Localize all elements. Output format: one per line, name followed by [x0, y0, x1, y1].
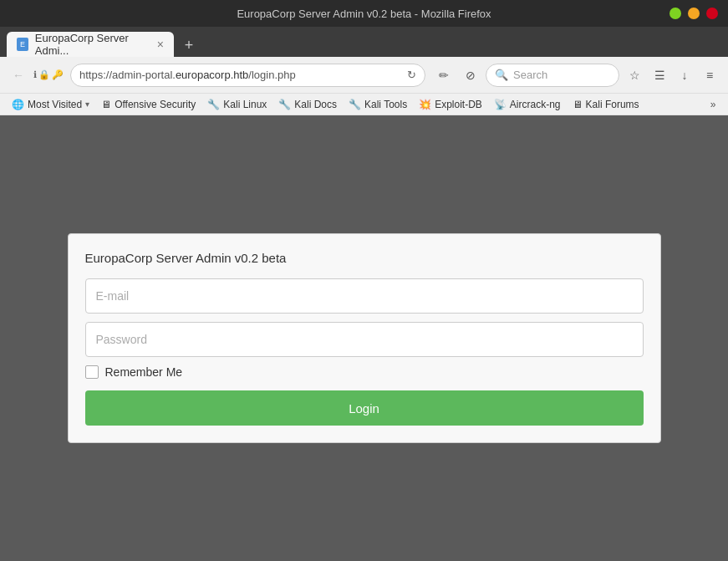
remember-me-checkbox[interactable] [85, 365, 99, 379]
close-button[interactable] [706, 8, 718, 19]
bookmark-label: Kali Forums [586, 99, 639, 110]
bookmarks-more-button[interactable]: » [705, 96, 721, 113]
url-domain: europacorp.htb [176, 69, 248, 81]
bookmark-kali-linux[interactable]: 🔧 Kali Linux [202, 97, 272, 112]
bookmarks-bar: 🌐 Most Visited ▾ 🖥 Offensive Security 🔧 … [0, 94, 728, 115]
nav-bar: ← ℹ 🔒 🔑 https://admin-portal.europacorp.… [0, 57, 728, 94]
login-title: EuropaCorp Server Admin v0.2 beta [85, 251, 644, 265]
url-bar[interactable]: https://admin-portal.europacorp.htb/logi… [70, 64, 425, 87]
most-visited-icon: 🌐 [12, 99, 24, 110]
bookmark-kali-docs[interactable]: 🔧 Kali Docs [273, 97, 342, 112]
nav-actions: ☆ ☰ ↓ ≡ [623, 64, 721, 87]
back-icon: ← [13, 69, 24, 82]
active-tab[interactable]: E EuropaCorp Server Admi... × [7, 32, 174, 57]
reader-icon: ☰ [654, 69, 665, 82]
bookmark-label: Exploit-DB [435, 99, 482, 110]
maximize-button[interactable] [688, 8, 700, 19]
bookmark-offensive-security[interactable]: 🖥 Offensive Security [96, 97, 201, 112]
kali-tools-icon: 🔧 [349, 99, 361, 110]
bookmark-kali-forums[interactable]: 🖥 Kali Forums [568, 97, 644, 112]
title-bar: EuropaCorp Server Admin v0.2 beta - Mozi… [0, 0, 728, 27]
star-icon: ☆ [629, 69, 640, 82]
key-icon: 🔑 [52, 69, 64, 80]
kali-docs-icon: 🔧 [278, 99, 291, 110]
url-path: /login.php [248, 69, 295, 81]
password-field[interactable] [85, 322, 644, 357]
chevron-down-icon: ▾ [85, 99, 89, 109]
aircrack-ng-icon: 📡 [494, 99, 507, 110]
search-icon: 🔍 [495, 69, 508, 81]
tab-bar: E EuropaCorp Server Admi... × + [0, 27, 728, 57]
login-button[interactable]: Login [85, 390, 644, 426]
bookmark-most-visited[interactable]: 🌐 Most Visited ▾ [7, 97, 94, 112]
pencil-button[interactable]: ✏ [432, 64, 456, 87]
minimize-button[interactable] [669, 8, 681, 19]
kali-forums-icon: 🖥 [573, 99, 583, 110]
tab-favicon: E [17, 38, 28, 51]
tab-close-button[interactable]: × [157, 38, 164, 51]
kali-linux-icon: 🔧 [207, 99, 220, 110]
bookmark-label: Kali Docs [294, 99, 337, 110]
reload-button[interactable]: ↻ [407, 69, 416, 81]
info-icon: ℹ [33, 69, 37, 80]
bookmark-label: Aircrack-ng [510, 99, 561, 110]
bookmark-label: Kali Linux [223, 99, 267, 110]
bookmark-kali-tools[interactable]: 🔧 Kali Tools [344, 97, 412, 112]
bookmark-label: Most Visited [28, 99, 82, 110]
download-button[interactable]: ↓ [673, 64, 696, 87]
remember-me-row: Remember Me [85, 365, 644, 379]
offensive-security-icon: 🖥 [101, 99, 111, 110]
new-tab-button[interactable]: + [177, 33, 201, 57]
security-icons: ℹ 🔒 🔑 [33, 69, 64, 80]
bookmark-label: Kali Tools [364, 99, 407, 110]
more-icon: » [710, 99, 716, 110]
back-button[interactable]: ← [7, 64, 30, 87]
window-controls [669, 8, 718, 19]
lock-icon: 🔒 [38, 69, 50, 80]
reader-button[interactable]: ☰ [648, 64, 671, 87]
bookmark-label: Offensive Security [115, 99, 196, 110]
remember-me-label: Remember Me [105, 365, 183, 379]
stop-button[interactable]: ⊘ [459, 64, 482, 87]
star-button[interactable]: ☆ [623, 64, 646, 87]
stop-icon: ⊘ [466, 69, 476, 82]
bookmark-aircrack-ng[interactable]: 📡 Aircrack-ng [489, 97, 566, 112]
exploit-db-icon: 💥 [419, 99, 431, 110]
search-placeholder: Search [513, 69, 547, 81]
url-prefix: https://admin-portal. [79, 69, 176, 81]
search-bar[interactable]: 🔍 Search [486, 64, 619, 87]
pencil-icon: ✏ [439, 69, 449, 82]
tab-label: EuropaCorp Server Admi... [35, 32, 147, 57]
menu-icon: ≡ [706, 69, 713, 82]
download-icon: ↓ [682, 69, 688, 82]
page-content: EuropaCorp Server Admin v0.2 beta Rememb… [0, 115, 728, 561]
email-field[interactable] [85, 278, 644, 314]
menu-button[interactable]: ≡ [698, 64, 721, 87]
bookmark-exploit-db[interactable]: 💥 Exploit-DB [414, 97, 487, 112]
login-card: EuropaCorp Server Admin v0.2 beta Rememb… [68, 233, 661, 443]
window-title: EuropaCorp Server Admin v0.2 beta - Mozi… [237, 8, 491, 20]
